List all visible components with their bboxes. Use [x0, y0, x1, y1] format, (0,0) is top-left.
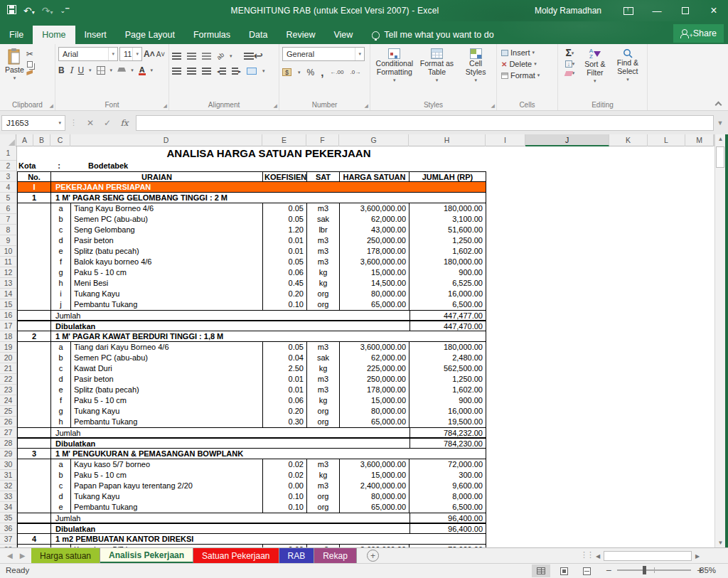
cell-styles-button[interactable]: Cell Styles▾ [458, 47, 493, 99]
cell[interactable] [17, 417, 51, 427]
row-header-20[interactable]: 20 [0, 353, 16, 363]
cell[interactable]: Dibulatkan [51, 523, 410, 534]
column-header-I[interactable]: I [486, 134, 525, 146]
cell[interactable]: Semen PC (abu-abu) [71, 214, 263, 225]
cell[interactable] [17, 342, 51, 353]
row-header-31[interactable]: 31 [0, 470, 16, 481]
cell[interactable]: 447,477.00 [410, 310, 486, 321]
cell[interactable]: Dibulatkan [51, 438, 410, 449]
cell[interactable]: 14,500.00 [340, 278, 410, 289]
cell[interactable]: Kayu kaso 5/7 borneo [71, 459, 263, 470]
row-header-25[interactable]: 25 [0, 406, 16, 417]
cell[interactable]: 180,000.00 [410, 203, 486, 214]
row-header-32[interactable]: 32 [0, 481, 16, 491]
column-header-H[interactable]: H [409, 134, 486, 146]
cell[interactable]: m3 [307, 374, 340, 385]
cell[interactable]: 0.06 [263, 395, 307, 406]
cell[interactable]: 8,000.00 [410, 491, 486, 502]
column-header-C[interactable]: C [50, 134, 70, 146]
cell[interactable]: g [51, 267, 71, 278]
cell[interactable]: 80,000.00 [340, 289, 410, 299]
cell[interactable]: 1.20 [263, 225, 307, 235]
cell[interactable]: m3 [307, 203, 340, 214]
page-layout-view-icon[interactable] [555, 564, 573, 577]
ribbon-tab-page-layout[interactable]: Page Layout [116, 26, 184, 44]
cell[interactable]: 0.02 [263, 470, 307, 481]
cell[interactable]: org [307, 417, 340, 427]
zoom-level[interactable]: 85% [700, 566, 716, 574]
cell[interactable]: 0.04 [263, 353, 307, 363]
cell[interactable]: 65,000.00 [340, 502, 410, 513]
decrease-indent-icon[interactable]: ◂ [217, 68, 226, 75]
cell[interactable]: SAT [307, 171, 340, 182]
cell[interactable]: sak [307, 353, 340, 363]
cell[interactable] [17, 321, 51, 331]
cell[interactable]: d [51, 491, 71, 502]
row-header-10[interactable]: 10 [0, 246, 16, 257]
cell[interactable]: a [51, 203, 71, 214]
cell[interactable]: 900.00 [410, 395, 486, 406]
cell[interactable]: d [51, 235, 71, 246]
cell[interactable]: f [51, 257, 71, 267]
cell[interactable]: Pembantu Tukang [71, 502, 263, 513]
cell[interactable]: 4 [17, 534, 51, 545]
cell[interactable] [17, 502, 51, 513]
cell[interactable] [17, 513, 51, 523]
cell[interactable]: Papan Papan kayu terentang 2/20 [71, 481, 263, 491]
cell[interactable] [17, 353, 51, 363]
cell[interactable] [17, 246, 51, 257]
cell[interactable] [17, 470, 51, 481]
cell[interactable]: 0.01 [263, 385, 307, 395]
cell[interactable] [17, 481, 51, 491]
ribbon-tab-insert[interactable]: Insert [75, 26, 116, 44]
cell[interactable]: m3 [307, 481, 340, 491]
cell[interactable]: Tukang Kayu [71, 491, 263, 502]
column-header-J[interactable]: J [525, 134, 609, 146]
orientation-icon[interactable]: ab [215, 50, 225, 60]
cell[interactable]: g [51, 406, 71, 417]
cell[interactable]: m3 [307, 246, 340, 257]
formula-input[interactable] [136, 115, 714, 131]
cell[interactable] [17, 267, 51, 278]
cell[interactable]: 0.00 [263, 481, 307, 491]
align-middle-icon[interactable] [187, 53, 196, 60]
grow-font-icon[interactable]: A˄ [144, 47, 155, 61]
number-format-select[interactable]: General▾ [282, 47, 365, 61]
cell[interactable]: 2,400,000.00 [340, 481, 410, 491]
cell[interactable]: org [307, 491, 340, 502]
cell[interactable]: 6,500.00 [410, 502, 486, 513]
cell[interactable]: 0.05 [263, 342, 307, 353]
decrease-decimal-icon[interactable]: .0→ [350, 69, 360, 75]
fill-icon[interactable]: ↓▾ [561, 60, 579, 68]
sheet-tab-rab[interactable]: RAB [279, 548, 315, 563]
cell[interactable]: b [51, 353, 71, 363]
cell[interactable]: 1,602.00 [410, 246, 486, 257]
cell[interactable]: b [51, 214, 71, 225]
new-sheet-icon[interactable]: + [367, 550, 379, 562]
cell[interactable]: 250,000.00 [340, 374, 410, 385]
cell[interactable]: 562,500.00 [410, 363, 486, 374]
cell[interactable]: 43,000.00 [340, 225, 410, 235]
name-box[interactable]: J1653 ▾ [1, 115, 65, 131]
cell[interactable]: 3 [17, 449, 51, 459]
cell[interactable]: 178,000.00 [340, 246, 410, 257]
cell[interactable] [17, 395, 51, 406]
column-header-D[interactable]: D [70, 134, 262, 146]
row-header-7[interactable]: 7 [0, 214, 16, 225]
cell[interactable]: 1 M' PAGAR SENG GELOMBANG TINGGI : 2 M [51, 193, 486, 203]
cell[interactable]: kg [307, 363, 340, 374]
cell[interactable]: Pembantu Tukang [71, 299, 263, 310]
share-button[interactable]: + Share [673, 24, 724, 43]
cell[interactable]: kg [307, 278, 340, 289]
cell[interactable]: : [50, 161, 68, 171]
cell[interactable] [17, 374, 51, 385]
cell[interactable]: m3 [307, 235, 340, 246]
cell[interactable]: 65,000.00 [340, 417, 410, 427]
cell[interactable]: 0.06 [263, 267, 307, 278]
row-header-28[interactable]: 28 [0, 438, 16, 449]
cell[interactable]: 0.05 [263, 214, 307, 225]
cell[interactable]: d [51, 374, 71, 385]
vertical-scrollbar[interactable]: ▲ ▼ [714, 134, 725, 547]
row-header-37[interactable]: 37 [0, 534, 16, 545]
cell[interactable]: Tukang Kayu [71, 289, 263, 299]
